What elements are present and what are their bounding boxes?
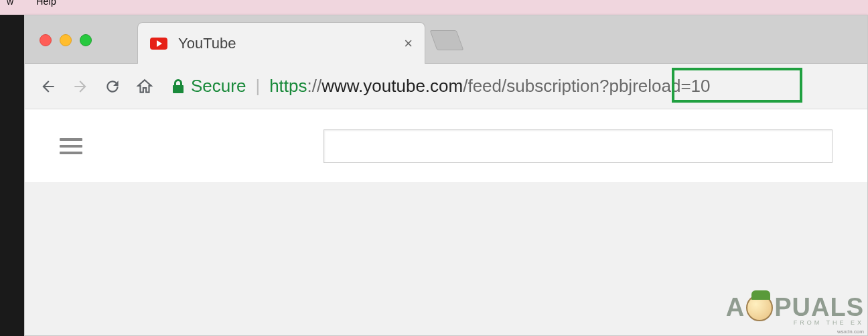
address-separator: | <box>255 76 260 97</box>
home-button[interactable] <box>133 75 156 98</box>
back-button[interactable] <box>37 75 60 98</box>
browser-tab-active[interactable]: YouTube × <box>137 22 425 64</box>
chrome-browser-window: YouTube × Secure | https://www.youtube.c… <box>24 15 868 336</box>
watermark-brand: A PUALS <box>726 293 864 322</box>
arrow-left-icon <box>40 78 57 95</box>
window-minimize-button[interactable] <box>60 34 72 46</box>
window-close-button[interactable] <box>40 34 52 46</box>
youtube-favicon-icon <box>150 38 167 50</box>
chrome-tab-strip: YouTube × <box>25 15 867 64</box>
tab-title: YouTube <box>178 35 404 52</box>
hamburger-menu-icon[interactable] <box>60 138 82 154</box>
reload-icon <box>104 78 121 95</box>
window-traffic-lights <box>40 34 92 46</box>
chrome-toolbar: Secure | https://www.youtube.com/feed/su… <box>25 64 867 109</box>
macos-menubar-fragment: w Help <box>0 0 868 15</box>
home-icon <box>136 78 153 95</box>
watermark-face-icon <box>746 294 773 321</box>
menu-item-help[interactable]: Help <box>36 0 56 7</box>
new-tab-button[interactable] <box>430 30 464 50</box>
youtube-header <box>25 109 867 183</box>
lock-icon <box>172 79 184 94</box>
address-bar[interactable]: Secure | https://www.youtube.com/feed/su… <box>172 72 855 101</box>
menu-item-window[interactable]: w <box>7 0 13 7</box>
watermark: A PUALS FROM THE EX wsxdn.com <box>726 293 864 335</box>
window-zoom-button[interactable] <box>80 34 92 46</box>
watermark-subtitle: FROM THE EX <box>726 319 864 326</box>
reload-button[interactable] <box>101 75 124 98</box>
forward-button <box>69 75 92 98</box>
url-text: https://www.youtube.com/feed/subscriptio… <box>269 76 710 97</box>
youtube-search-input[interactable] <box>323 129 833 163</box>
background-dark-strip <box>0 15 24 336</box>
tab-close-icon[interactable]: × <box>404 35 413 52</box>
arrow-right-icon <box>72 78 89 95</box>
secure-label: Secure <box>191 76 246 97</box>
watermark-domain: wsxdn.com <box>726 329 864 335</box>
